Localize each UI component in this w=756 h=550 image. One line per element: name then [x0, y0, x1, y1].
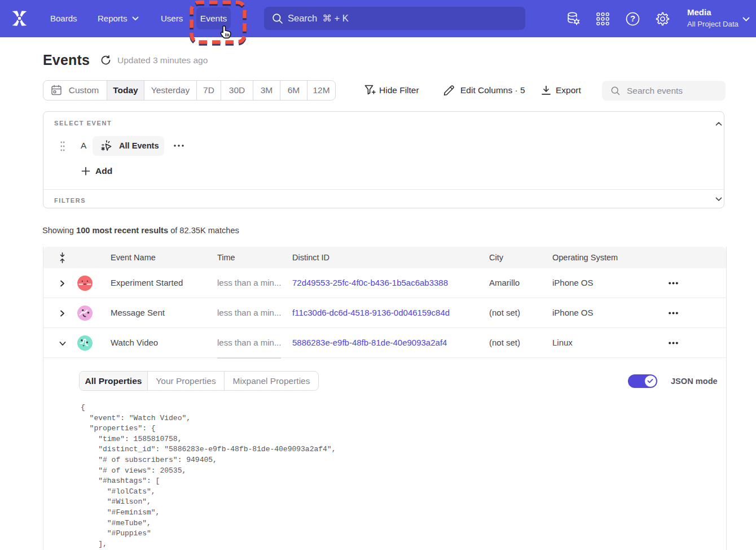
- svg-text:?: ?: [630, 14, 635, 23]
